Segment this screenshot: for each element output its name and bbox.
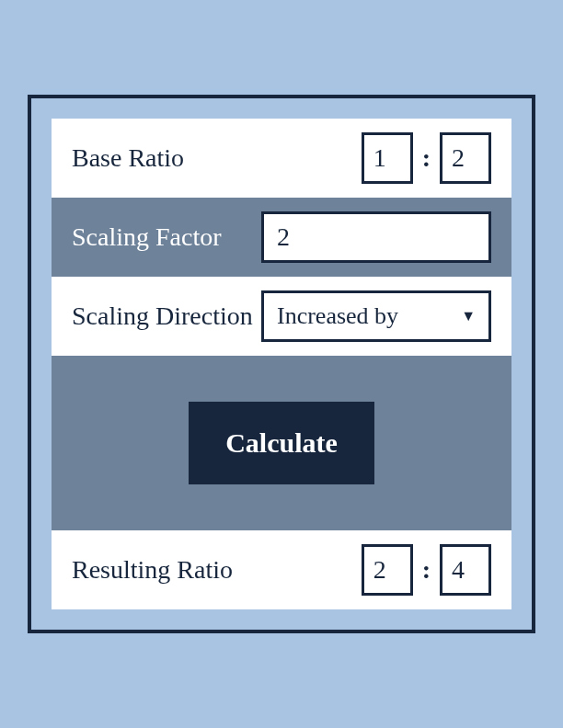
scaling-factor-row: Scaling Factor <box>52 198 511 277</box>
resulting-ratio-colon: : <box>422 555 431 585</box>
resulting-ratio-group: : <box>362 544 491 596</box>
resulting-ratio-label: Resulting Ratio <box>72 555 233 585</box>
base-ratio-a-input[interactable] <box>362 132 413 184</box>
scaling-direction-row: Scaling Direction Increased by ▼ <box>52 277 511 356</box>
base-ratio-group: : <box>362 132 491 184</box>
resulting-ratio-row: Resulting Ratio : <box>52 530 511 609</box>
base-ratio-row: Base Ratio : <box>52 119 511 198</box>
base-ratio-label: Base Ratio <box>72 143 184 173</box>
calculate-row: Calculate <box>52 356 511 530</box>
calculate-button[interactable]: Calculate <box>189 402 374 484</box>
app-background: Base Ratio : Scaling Factor Scaling Dire… <box>0 0 563 728</box>
chevron-down-icon: ▼ <box>461 308 476 324</box>
scaling-factor-label: Scaling Factor <box>72 222 222 252</box>
scaling-direction-label: Scaling Direction <box>72 301 253 331</box>
calculator-panel: Base Ratio : Scaling Factor Scaling Dire… <box>28 95 535 633</box>
base-ratio-colon: : <box>422 143 431 173</box>
scaling-factor-input[interactable] <box>261 211 491 263</box>
scaling-direction-selected: Increased by <box>277 302 398 330</box>
base-ratio-b-input[interactable] <box>440 132 491 184</box>
resulting-ratio-b-input[interactable] <box>440 544 491 596</box>
resulting-ratio-a-input[interactable] <box>362 544 413 596</box>
scaling-direction-select[interactable]: Increased by ▼ <box>261 290 491 342</box>
